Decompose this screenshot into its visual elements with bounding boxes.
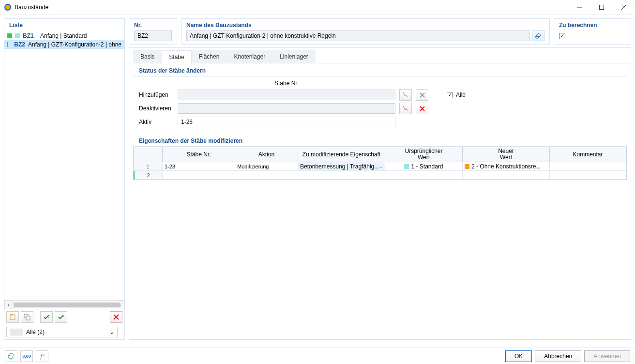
tab-basis[interactable]: Basis — [133, 50, 162, 63]
list-toolbar: ✶ — [4, 309, 124, 325]
alle-label: Alle — [456, 91, 466, 98]
list-item[interactable]: BZ1 Anfang | Standard — [4, 31, 124, 40]
cell-mod-property-dropdown[interactable]: Betonbemessung | Tragfähig... ⌄ Betonbem… — [298, 162, 385, 171]
add-label: Hinzufügen — [139, 91, 174, 98]
cell-new-value[interactable]: 2 - Ohne Konstruktionsre... — [463, 162, 550, 171]
deactivate-input[interactable] — [178, 103, 395, 114]
maximize-button[interactable] — [590, 0, 613, 15]
active-label: Aktiv — [139, 119, 174, 125]
window-title: Bauzustände — [15, 4, 568, 11]
pick-add-button[interactable] — [399, 89, 412, 101]
row-number: 2 — [134, 171, 163, 180]
tab-flaechen[interactable]: Flächen — [192, 50, 227, 63]
cell-comment[interactable] — [550, 171, 626, 180]
cell-original-value[interactable]: 1 - Standard — [385, 162, 463, 171]
tab-staebe[interactable]: Stäbe — [162, 50, 191, 63]
fx-button[interactable]: ƒx — [36, 350, 48, 362]
filter-color-icon — [10, 329, 23, 335]
list-item-name: Anfang | GZT-Konfiguration-2 | ohne — [28, 41, 121, 48]
svg-point-17 — [9, 354, 10, 355]
cell-aktion[interactable] — [235, 171, 298, 180]
cell-aktion[interactable]: Modifizierung — [235, 162, 298, 171]
chevron-down-icon: ⌄ — [109, 329, 114, 335]
nr-group: Nr. BZ2 — [129, 18, 177, 45]
horizontal-scrollbar[interactable]: ‹ › — [4, 300, 124, 309]
list-item-id: BZ2 — [14, 41, 25, 48]
color-square-icon — [15, 33, 20, 38]
filter-dropdown[interactable]: Alle (2) ⌄ — [6, 327, 118, 337]
color-square-icon — [11, 42, 11, 47]
properties-grid: Stäbe Nr. Aktion Zu modifizierende Eigen… — [133, 147, 627, 180]
cell-new-value[interactable] — [463, 171, 550, 180]
units-button[interactable]: 0,00 — [20, 350, 33, 362]
cell-staebe[interactable] — [163, 171, 235, 180]
help-button[interactable] — [5, 350, 17, 362]
check-in-button[interactable] — [40, 311, 53, 323]
status-section-title: Status der Stäbe ändern — [133, 63, 627, 76]
pick-deact-button[interactable] — [399, 103, 412, 114]
tab-linienlager[interactable]: Linienlager — [272, 50, 316, 63]
svg-rect-8 — [26, 316, 30, 320]
col-header-staebe-nr: Stäbe Nr. — [178, 80, 395, 87]
cancel-button[interactable]: Abbrechen — [535, 350, 581, 362]
tab-knotenlager[interactable]: Knotenlager — [227, 50, 272, 63]
scroll-left-icon[interactable]: ‹ — [4, 301, 13, 309]
nr-label: Nr. — [134, 22, 172, 29]
color-chip-icon — [404, 164, 409, 169]
calc-group: Zu berechnen ✓ — [554, 18, 631, 45]
copy-button[interactable] — [21, 311, 33, 323]
status-square-icon — [7, 33, 12, 38]
window-controls — [568, 0, 635, 15]
name-group: Name des Bauzustands Anfang | GZT-Konfig… — [181, 18, 550, 45]
svg-text:✶: ✶ — [9, 314, 14, 318]
cell-original-value[interactable] — [385, 171, 463, 180]
mod-section-title: Eigenschaften der Stäbe modifizieren — [133, 134, 627, 147]
tabs: Basis Stäbe Flächen Knotenlager Linienla… — [129, 50, 631, 63]
cell-staebe[interactable]: 1-28 — [163, 162, 235, 171]
edit-name-button[interactable] — [532, 30, 544, 41]
table-row[interactable]: 2 — [134, 171, 626, 180]
nr-input[interactable]: BZ2 — [134, 30, 172, 41]
deactivate-label: Deaktivieren — [139, 105, 174, 112]
clear-add-button[interactable] — [416, 89, 428, 101]
list-title: Liste — [4, 19, 124, 31]
chevron-down-icon: ⌄ — [379, 164, 383, 169]
grid-header: Stäbe Nr. Aktion Zu modifizierende Eigen… — [134, 147, 626, 162]
check-out-button[interactable] — [55, 311, 67, 323]
table-row[interactable]: 1 1-28 Modifizierung Betonbemessung | Tr… — [134, 162, 626, 171]
new-button[interactable]: ✶ — [6, 311, 19, 323]
alle-checkbox[interactable]: ✓ — [447, 92, 453, 98]
delete-button[interactable] — [110, 311, 122, 323]
ok-button[interactable]: OK — [505, 350, 532, 362]
calc-checkbox[interactable]: ✓ — [559, 33, 565, 39]
list-panel: Liste BZ1 Anfang | Standard BZ2 Anfang |… — [4, 18, 125, 340]
title-bar: Bauzustände — [0, 0, 635, 15]
filter-label: Alle (2) — [26, 329, 45, 335]
dialog-footer: 0,00 ƒx OK Abbrechen Anwenden — [0, 348, 635, 364]
svg-rect-2 — [600, 5, 604, 9]
list-item[interactable]: BZ2 Anfang | GZT-Konfiguration-2 | ohne — [4, 40, 124, 49]
list-item-id: BZ1 — [23, 32, 37, 39]
clear-deact-button[interactable] — [416, 103, 428, 114]
svg-point-0 — [5, 4, 11, 10]
row-number: 1 — [134, 162, 163, 171]
add-input[interactable] — [178, 90, 395, 100]
calc-label: Zu berechnen — [559, 22, 626, 29]
cell-comment[interactable] — [550, 162, 626, 171]
status-form: Stäbe Nr. Hinzufügen ✓ Alle Deaktivieren — [133, 76, 627, 134]
app-icon — [4, 3, 12, 11]
status-square-icon — [7, 42, 8, 47]
list-item-name: Anfang | Standard — [40, 32, 87, 39]
close-button[interactable] — [613, 0, 635, 15]
minimize-button[interactable] — [568, 0, 590, 15]
detail-panel: Nr. BZ2 Name des Bauzustands Anfang | GZ… — [129, 18, 631, 340]
name-input[interactable]: Anfang | GZT-Konfiguration-2 | ohne kons… — [186, 30, 530, 41]
name-label: Name des Bauzustands — [186, 22, 544, 29]
apply-button[interactable]: Anwenden — [584, 350, 630, 362]
active-value: 1-28 — [178, 117, 395, 127]
color-chip-icon — [465, 164, 469, 169]
list-items: BZ1 Anfang | Standard BZ2 Anfang | GZT-K… — [4, 31, 124, 300]
cell-mod-property[interactable] — [298, 171, 385, 180]
